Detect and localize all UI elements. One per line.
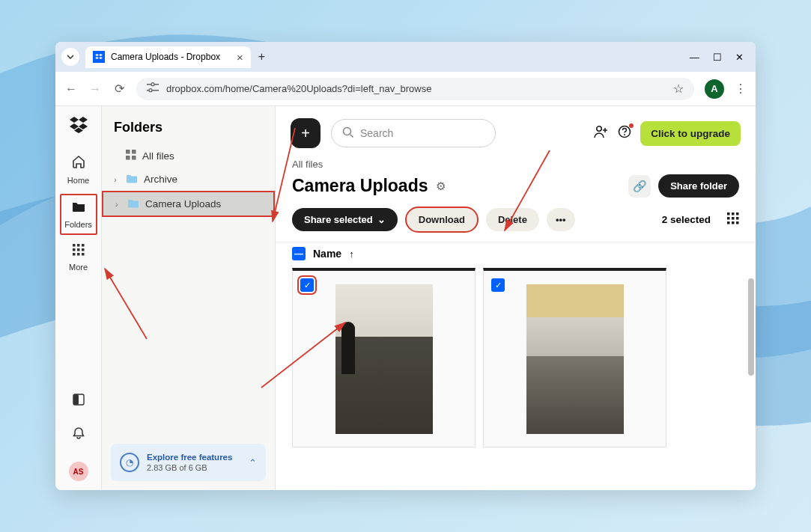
scrollbar[interactable]: [745, 262, 756, 490]
svg-rect-34: [727, 221, 730, 224]
svg-point-5: [149, 89, 152, 92]
share-selected-button[interactable]: Share selected⌄: [292, 208, 398, 231]
dropbox-favicon: [93, 51, 105, 63]
profile-avatar[interactable]: A: [705, 79, 724, 99]
forward-button[interactable]: →: [88, 82, 102, 96]
item-checkbox[interactable]: ✓: [491, 278, 505, 292]
bookmark-icon[interactable]: ☆: [673, 82, 684, 96]
more-actions-button[interactable]: •••: [547, 208, 575, 231]
notifications-icon[interactable]: [72, 426, 85, 444]
svg-rect-36: [736, 221, 739, 224]
svg-point-23: [597, 126, 601, 130]
file-item[interactable]: ✓: [483, 268, 666, 447]
svg-rect-30: [736, 213, 739, 215]
svg-point-21: [344, 127, 351, 135]
user-avatar[interactable]: AS: [69, 462, 88, 481]
search-input[interactable]: Search: [331, 119, 496, 147]
invite-icon[interactable]: [594, 125, 609, 142]
svg-rect-35: [732, 221, 735, 224]
minimize-button[interactable]: —: [690, 52, 699, 63]
view-toggle-icon[interactable]: [727, 213, 739, 227]
close-tab-icon[interactable]: ×: [237, 51, 243, 64]
folders-panel: Folders All files ›Archive ›Camera Uploa…: [102, 106, 276, 490]
browser-tab[interactable]: Camera Uploads - Dropbox ×: [85, 46, 251, 68]
svg-rect-6: [73, 244, 76, 247]
main-content: + Search Click to upgrade All files Came…: [276, 106, 756, 490]
sort-arrow-icon[interactable]: ↑: [349, 248, 354, 260]
url-text: dropbox.com/home/Camera%20Uploads?di=lef…: [166, 83, 431, 94]
svg-rect-9: [73, 248, 76, 251]
explore-icon: ◔: [120, 453, 139, 472]
svg-rect-13: [77, 253, 80, 256]
chevron-up-icon[interactable]: ⌃: [249, 457, 257, 468]
expand-icon[interactable]: ›: [114, 175, 120, 184]
window-titlebar: Camera Uploads - Dropbox × + — ☐ ✕: [55, 42, 756, 72]
maximize-button[interactable]: ☐: [713, 52, 722, 63]
close-window-button[interactable]: ✕: [735, 52, 744, 63]
folder-settings-icon[interactable]: ⚙: [436, 180, 446, 193]
folder-allfiles[interactable]: All files: [102, 144, 275, 168]
folders-icon: [71, 200, 86, 217]
select-all-checkbox[interactable]: —: [292, 247, 306, 260]
folder-icon: [126, 173, 138, 186]
browser-menu-icon[interactable]: ⋮: [735, 82, 747, 96]
tabs-dropdown-button[interactable]: [61, 48, 79, 66]
svg-rect-1: [154, 84, 159, 85]
url-bar: ← → ⟳ dropbox.com/home/Camera%20Uploads?…: [55, 72, 756, 106]
svg-rect-31: [727, 217, 730, 220]
breadcrumb[interactable]: All files: [276, 156, 756, 173]
new-tab-button[interactable]: +: [258, 50, 265, 64]
link-icon: 🔗: [633, 180, 647, 193]
share-folder-button[interactable]: Share folder: [658, 174, 739, 198]
svg-rect-17: [126, 150, 130, 154]
create-button[interactable]: +: [291, 118, 321, 148]
page-title: Camera Uploads: [292, 176, 428, 196]
column-name[interactable]: Name: [313, 248, 341, 260]
expand-icon[interactable]: ›: [115, 200, 121, 209]
sidebar-home[interactable]: Home: [60, 150, 97, 189]
search-icon: [342, 126, 354, 141]
dropbox-logo-icon[interactable]: [70, 117, 88, 138]
sidebar-more[interactable]: More: [60, 239, 97, 276]
plus-icon: +: [301, 125, 310, 142]
svg-rect-20: [132, 156, 136, 160]
image-thumbnail: [526, 284, 624, 434]
theme-icon[interactable]: [73, 394, 85, 409]
file-item[interactable]: ✓: [292, 268, 476, 447]
home-icon: [71, 154, 86, 173]
folder-archive[interactable]: ›Archive: [102, 168, 275, 191]
delete-button[interactable]: Delete: [486, 208, 539, 231]
svg-rect-16: [73, 394, 79, 405]
svg-point-2: [151, 83, 154, 86]
help-icon[interactable]: [618, 125, 631, 142]
svg-rect-11: [82, 248, 85, 251]
image-thumbnail: [335, 284, 433, 434]
upgrade-button[interactable]: Click to upgrade: [640, 121, 741, 146]
svg-rect-19: [126, 156, 130, 160]
more-grid-icon: [73, 244, 85, 260]
svg-rect-18: [132, 150, 136, 154]
tab-title: Camera Uploads - Dropbox: [111, 52, 220, 62]
sidebar-folders[interactable]: Folders: [60, 194, 97, 235]
app-sidebar: Home Folders More AS: [55, 106, 102, 490]
site-settings-icon[interactable]: [147, 82, 159, 95]
item-checkbox[interactable]: ✓: [300, 278, 314, 292]
reload-button[interactable]: ⟳: [112, 82, 126, 96]
svg-point-27: [624, 134, 625, 135]
folder-icon: [127, 198, 139, 210]
svg-rect-4: [152, 90, 159, 91]
folders-header: Folders: [102, 106, 275, 144]
chevron-down-icon: ⌄: [377, 214, 386, 225]
svg-rect-33: [736, 217, 739, 220]
copy-link-button[interactable]: 🔗: [628, 175, 651, 198]
svg-rect-28: [727, 213, 730, 215]
explore-title: Explore free features: [147, 453, 232, 462]
storage-text: 2.83 GB of 6 GB: [147, 463, 232, 472]
back-button[interactable]: ←: [64, 82, 78, 96]
explore-card[interactable]: ◔ Explore free features 2.83 GB of 6 GB …: [111, 444, 266, 481]
download-button[interactable]: Download: [405, 207, 479, 233]
svg-rect-14: [82, 253, 85, 256]
address-bar[interactable]: dropbox.com/home/Camera%20Uploads?di=lef…: [136, 78, 694, 100]
folder-camera-uploads[interactable]: ›Camera Uploads: [102, 191, 275, 217]
svg-rect-10: [77, 248, 80, 251]
